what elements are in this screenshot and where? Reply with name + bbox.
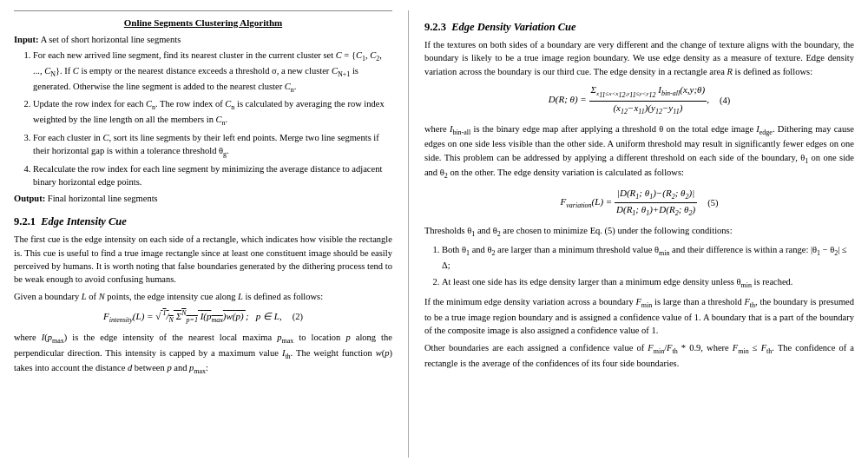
sec2-paragraph-2: where Ibin-all is the binary edge map af…: [424, 122, 854, 181]
algo-input: Input: A set of short horizontal line se…: [14, 33, 392, 46]
eq-3-num: (5): [707, 196, 718, 209]
condition-2: At least one side has its edge density l…: [442, 275, 854, 291]
formula-3: Fvariation(L) = |D(R1; θ1)−(R2; θ2)| D(R…: [561, 187, 698, 219]
formula-2: D(R; θ) = Σx11≤x<x12,y11≤y<y12 Ibin-all(…: [549, 83, 709, 117]
formula-3-block: Fvariation(L) = |D(R1; θ1)−(R2; θ2)| D(R…: [424, 187, 854, 219]
section-2-title: 9.2.3 Edge Density Variation Cue: [424, 19, 854, 35]
step-1: For each new arrived line segment, find …: [33, 49, 392, 95]
conditions-list: Both θ1 and θ2 are larger than a minimum…: [442, 243, 854, 291]
sec1-paragraph-1: The first cue is the edge intensity on e…: [14, 233, 392, 286]
formula-1-block: Fintensity(L) = √ 1/N ΣNp=1 I(pmax)w(p) …: [14, 308, 392, 325]
input-label: Input:: [14, 35, 39, 44]
input-text: A set of short horizontal line segments: [41, 35, 181, 44]
eq-2-num: (4): [720, 94, 730, 107]
sec2-paragraph-1: If the textures on both sides of a bound…: [424, 38, 854, 78]
sec2-paragraph-4: If the minimum edge density variation ac…: [424, 295, 854, 337]
sec2-paragraph-3: Thresholds θ1 and θ2 are chosen to minim…: [424, 224, 854, 240]
output-text: Final horizontal line segments: [48, 194, 158, 203]
algo-title: Online Segments Clustering Algorithm: [14, 16, 392, 30]
section-1-title: 9.2.1 Edge Intensity Cue: [14, 214, 392, 229]
step-4: Recalculate the row index for each line …: [33, 162, 392, 188]
left-column: Online Segments Clustering Algorithm Inp…: [14, 10, 409, 458]
sec2-paragraph-5: Other boundaries are each assigned a con…: [424, 341, 854, 370]
sec1-paragraph-2: Given a boundary L of N points, the edge…: [14, 290, 392, 303]
sec1-paragraph-3: where I(pmax) is the edge intensity of t…: [14, 331, 392, 377]
formula-1: Fintensity(L) = √ 1/N ΣNp=1 I(pmax)w(p) …: [103, 308, 282, 325]
step-3: For each cluster in C, sort its line seg…: [33, 131, 392, 160]
condition-1: Both θ1 and θ2 are larger than a minimum…: [442, 243, 854, 272]
right-column: 9.2.3 Edge Density Variation Cue If the …: [409, 10, 854, 458]
formula-2-block: D(R; θ) = Σx11≤x<x12,y11≤y<y12 Ibin-all(…: [424, 83, 854, 117]
algorithm-steps: For each new arrived line segment, find …: [33, 49, 392, 188]
step-2: Update the row index for each Cn. The ro…: [33, 97, 392, 128]
algo-output: Output: Final horizontal line segments: [14, 192, 392, 205]
output-label: Output:: [14, 194, 45, 203]
eq-1-num: (2): [293, 310, 303, 323]
